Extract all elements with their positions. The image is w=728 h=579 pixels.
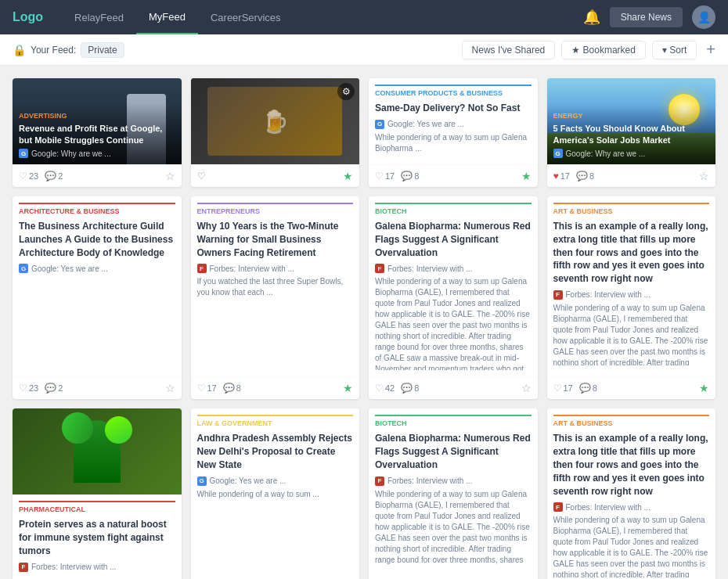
heart-icon[interactable]: ♥ [553, 171, 559, 182]
card-8-source-icon: F [553, 290, 563, 300]
comment-icon[interactable]: 💬 [45, 171, 56, 182]
heart-icon[interactable]: ♡ [19, 171, 27, 182]
card-4: ENERGY 5 Facts You Should Know About Ame… [547, 78, 716, 187]
comment-icon[interactable]: 💬 [401, 171, 413, 182]
card-2-footer: ♡ ★ [191, 164, 360, 187]
card-5: ARCHITECTURE & BUSINESS The Business Arc… [13, 196, 182, 399]
card-1-footer: ♡ 23 💬 2 ☆ [13, 164, 182, 187]
comment-icon[interactable]: 💬 [579, 383, 591, 394]
card-1: ADVERTISING Revenue and Profit Rise at G… [13, 78, 182, 187]
card-6-source: F Forbes: Interview with ... [197, 264, 354, 273]
card-2-hearts: ♡ [197, 171, 206, 182]
card-5-bookmark[interactable]: ☆ [165, 382, 175, 394]
card-11-body: BIOTECH Galena Biopharma: Numerous Red F… [369, 408, 538, 579]
card-1-comments: 💬 2 [45, 171, 63, 182]
heart-icon[interactable]: ♡ [19, 383, 27, 394]
card-10-category: LAW & GOVERNMENT [197, 415, 354, 429]
card-3-bookmark[interactable]: ★ [521, 170, 532, 182]
card-10-body: LAW & GOVERNMENT Andhra Pradesh Assembly… [191, 408, 360, 579]
card-8-source: F Forbes: Interview with ... [553, 290, 710, 300]
card-6-excerpt: If you watched the last three Super Bowl… [197, 276, 354, 370]
card-10: LAW & GOVERNMENT Andhra Pradesh Assembly… [191, 408, 360, 579]
heart-icon[interactable]: ♡ [197, 383, 206, 394]
comment-icon[interactable]: 💬 [401, 383, 413, 394]
card-11: BIOTECH Galena Biopharma: Numerous Red F… [369, 408, 538, 579]
card-4-source-icon: G [553, 149, 563, 158]
bookmarked-button[interactable]: ★ Bookmarked [561, 41, 646, 59]
sort-button[interactable]: ▾ Sort [652, 41, 697, 59]
card-3-title: Same-Day Delivery? Not So Fast [375, 102, 532, 115]
card-3-footer: ♡ 17 💬 8 ★ [369, 164, 538, 187]
add-button[interactable]: + [706, 41, 715, 59]
card-5-category: ARCHITECTURE & BUSINESS [19, 203, 175, 217]
feed-type-badge[interactable]: Private [81, 42, 124, 58]
notification-bell-icon[interactable]: 🔔 [583, 9, 600, 26]
card-12-category: ART & BUSINESS [553, 415, 710, 429]
card-8-excerpt: While pondering of a way to sum up Galen… [553, 303, 710, 365]
comment-icon[interactable]: 💬 [576, 171, 588, 182]
gear-icon[interactable]: ⚙ [337, 83, 355, 100]
card-7-bookmark[interactable]: ☆ [521, 382, 532, 394]
card-4-source-text: Google: Why are we ... [566, 149, 646, 158]
card-12-excerpt: While pondering of a way to sum up Galen… [553, 515, 710, 577]
nav-right: 🔔 Share News 👤 [583, 5, 715, 29]
card-9-source: F Forbes: Interview with ... [19, 563, 175, 572]
share-news-button[interactable]: Share News [610, 7, 683, 27]
card-6-title: Why 10 Years is the Two-Minute Warning f… [197, 220, 354, 259]
card-9-title: Protein serves as a natural boost for im… [19, 518, 175, 557]
card-1-hearts: ♡ 23 [19, 171, 38, 182]
card-3-source-text: Google: Yes we are ... [387, 120, 464, 128]
comment-icon[interactable]: 💬 [223, 383, 235, 394]
card-8-comments: 💬 8 [579, 383, 597, 394]
card-5-hearts: ♡ 23 [19, 383, 38, 394]
card-8-bookmark[interactable]: ★ [699, 382, 709, 394]
card-4-category: ENERGY [553, 110, 710, 121]
heart-icon[interactable]: ♡ [375, 383, 384, 394]
comment-icon[interactable]: 💬 [45, 383, 56, 394]
card-10-source-icon: G [197, 477, 207, 486]
card-grid: ADVERTISING Revenue and Profit Rise at G… [0, 66, 728, 579]
nav-relayfeed[interactable]: RelayFeed [62, 0, 136, 34]
card-4-title: 5 Facts You Should Know About America's … [553, 123, 710, 146]
nav-myfeed[interactable]: MyFeed [136, 0, 198, 34]
avatar[interactable]: 👤 [692, 5, 715, 29]
card-1-category: ADVERTISING [19, 110, 175, 121]
toolbar-actions: News I've Shared ★ Bookmarked ▾ Sort + [462, 41, 715, 59]
card-1-title: Revenue and Profit Rise at Google, but M… [19, 123, 175, 146]
card-8-footer: ♡ 17 💬 8 ★ [547, 376, 716, 399]
card-11-excerpt: While pondering of a way to sum up Galen… [375, 489, 532, 567]
card-3-category: CONSUMER PRODUCTS & BUSINESS [375, 85, 532, 99]
card-4-bookmark[interactable]: ☆ [699, 170, 709, 182]
card-5-source-icon: G [19, 264, 28, 273]
nav-careerservices[interactable]: CareerServices [198, 0, 294, 34]
card-7-source-text: Forbes: Interview with ... [387, 264, 472, 273]
card-2-bookmark[interactable]: ★ [343, 170, 353, 182]
card-1-bookmark[interactable]: ☆ [165, 170, 175, 182]
card-10-source: G Google: Yes we are ... [197, 477, 354, 486]
card-7-category: BIOTECH [375, 203, 532, 217]
card-9-body: PHARMACEUTICAL Protein serves as a natur… [13, 494, 182, 579]
news-shared-button[interactable]: News I've Shared [462, 41, 556, 59]
card-11-source-text: Forbes: Interview with ... [387, 477, 472, 485]
card-6-source-icon: F [197, 264, 207, 273]
card-11-source: F Forbes: Interview with ... [375, 477, 532, 486]
card-6-bookmark[interactable]: ★ [343, 382, 353, 394]
card-6-body: ENTREPRENEURS Why 10 Years is the Two-Mi… [191, 196, 360, 376]
heart-icon[interactable]: ♡ [197, 171, 206, 182]
card-5-title: The Business Architecture Guild Launches… [19, 220, 175, 259]
card-3-source: G Google: Yes we are ... [375, 120, 532, 129]
card-12: ART & BUSINESS This is an example of a r… [547, 408, 716, 579]
card-6-comments: 💬 8 [223, 383, 241, 394]
card-8-source-text: Forbes: Interview with ... [566, 290, 651, 299]
card-9-source-text: Forbes: Interview with ... [31, 563, 116, 571]
card-7-hearts: ♡ 42 [375, 383, 395, 394]
logo: Logo [13, 10, 43, 24]
card-9-source-icon: F [19, 563, 28, 572]
nav-links: RelayFeed MyFeed CareerServices [62, 0, 583, 34]
card-11-source-icon: F [375, 477, 384, 486]
card-10-title: Andhra Pradesh Assembly Rejects New Delh… [197, 432, 354, 471]
heart-icon[interactable]: ♡ [375, 171, 384, 182]
card-12-source-icon: F [553, 502, 563, 512]
heart-icon[interactable]: ♡ [553, 383, 562, 394]
card-12-source-text: Forbes: Interview with ... [566, 503, 651, 512]
